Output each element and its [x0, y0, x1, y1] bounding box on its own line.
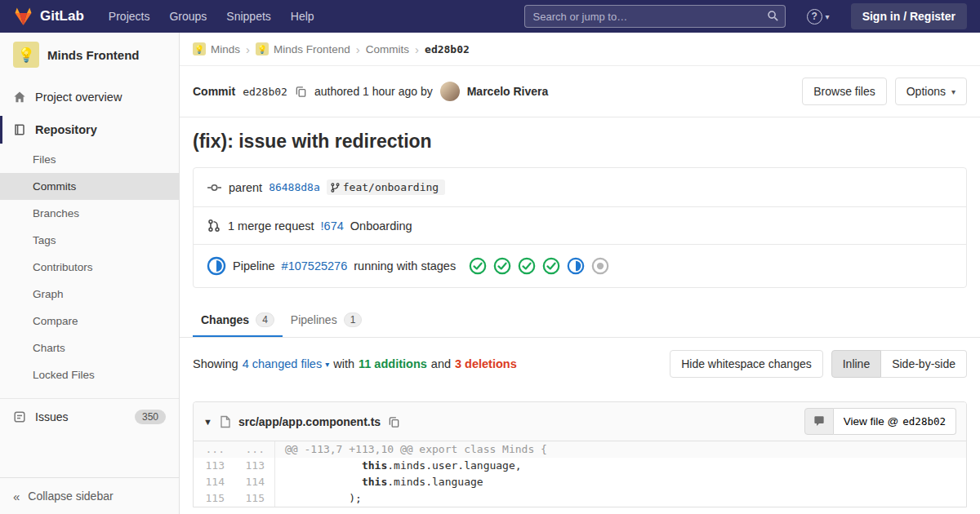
diff-line: 114114 this.minds.language [194, 474, 966, 490]
merge-request-count-text: 1 merge request [228, 219, 314, 233]
sidebar-item-issues[interactable]: Issues 350 [0, 398, 179, 435]
question-icon: ? [807, 9, 822, 24]
sidebar-item-charts[interactable]: Charts [0, 335, 179, 361]
diff-controls: Showing 4 changed files ▾ with 11 additi… [180, 338, 980, 390]
commit-tabs: Changes 4 Pipelines 1 [180, 303, 980, 338]
project-name: Minds Frontend [47, 48, 140, 62]
search-box [524, 5, 786, 28]
branch-ref-chip[interactable]: feat/onboarding [327, 179, 445, 195]
help-dropdown[interactable]: ? ▾ [807, 9, 830, 24]
breadcrumb-label: Commits [366, 43, 409, 55]
sidebar-item-tags[interactable]: Tags [0, 227, 179, 254]
author-name[interactable]: Marcelo Rivera [467, 85, 549, 98]
pipeline-label: Pipeline [233, 259, 275, 273]
branch-name: feat/onboarding [343, 181, 439, 193]
home-icon [13, 91, 26, 104]
tab-changes[interactable]: Changes 4 [193, 303, 283, 337]
pipeline-stage-success-icon[interactable] [469, 257, 487, 275]
diff-view-toggle: Inline Side-by-side [831, 350, 967, 378]
inline-view-button[interactable]: Inline [831, 350, 881, 378]
commit-header: Commit ed28b02 authored 1 hour ago by Ma… [180, 66, 980, 117]
hide-whitespace-button[interactable]: Hide whitespace changes [670, 350, 823, 378]
issues-count-badge: 350 [135, 410, 166, 424]
chevron-down-icon: ▾ [826, 12, 830, 21]
project-avatar: 💡 [13, 42, 39, 68]
sidebar-item-commits[interactable]: Commits [0, 173, 179, 200]
new-line-number[interactable]: 114 [234, 474, 275, 490]
pipeline-stage-running-icon[interactable] [567, 257, 585, 275]
tab-pipelines[interactable]: Pipelines 1 [283, 303, 371, 337]
authored-text: authored 1 hour ago by [314, 85, 433, 98]
sign-in-button[interactable]: Sign in / Register [851, 3, 967, 29]
tanuki-icon [13, 7, 33, 26]
old-line-number[interactable]: 113 [194, 458, 234, 474]
changed-files-dropdown[interactable]: 4 changed files ▾ [243, 357, 330, 370]
copy-file-path-button[interactable] [388, 415, 400, 428]
project-context-header[interactable]: 💡 Minds Frontend [0, 33, 179, 76]
side-by-side-view-button[interactable]: Side-by-side [881, 350, 967, 378]
project-sidebar: 💡 Minds Frontend Project overview Reposi… [0, 33, 180, 514]
commit-sha: ed28b02 [243, 86, 287, 98]
changes-count-badge: 4 [256, 312, 274, 327]
nav-projects[interactable]: Projects [109, 10, 150, 23]
new-line-number[interactable]: 113 [234, 458, 275, 474]
breadcrumb-project[interactable]: 💡 Minds Frontend [256, 42, 350, 55]
pipeline-stage-success-icon[interactable] [518, 257, 536, 275]
sidebar-item-branches[interactable]: Branches [0, 200, 179, 227]
breadcrumb-group[interactable]: 💡 Minds [193, 42, 240, 55]
nav-snippets[interactable]: Snippets [226, 10, 270, 23]
view-file-button[interactable]: View file @ ed28b02 [834, 408, 956, 435]
options-dropdown-button[interactable]: Options ▾ [895, 78, 967, 105]
pipeline-status-icon[interactable] [207, 256, 226, 276]
copy-sha-button[interactable] [295, 85, 307, 98]
merge-request-name: Onboarding [350, 219, 412, 233]
new-line-number[interactable]: 115 [234, 490, 275, 507]
browse-files-button[interactable]: Browse files [802, 78, 886, 105]
old-line-number[interactable]: 115 [194, 490, 234, 507]
breadcrumb-current-sha: ed28b02 [425, 43, 470, 55]
gitlab-logo[interactable]: GitLab [13, 7, 84, 26]
with-label: with [333, 357, 354, 370]
commit-label: Commit [193, 85, 235, 98]
repository-submenu: Files Commits Branches Tags Contributors… [0, 146, 179, 388]
collapse-diff-caret-icon[interactable]: ▼ [203, 417, 212, 427]
pipeline-id-link[interactable]: #107525276 [282, 259, 348, 273]
chevron-right-icon: › [356, 42, 360, 56]
pipeline-stage-success-icon[interactable] [542, 257, 560, 275]
pipeline-stage-success-icon[interactable] [493, 257, 511, 275]
pipeline-stage-icons [469, 257, 609, 275]
main-content: 💡 Minds › 💡 Minds Frontend › Commits › e… [180, 0, 980, 507]
chevron-down-icon: ▾ [325, 360, 329, 369]
sidebar-item-project-overview[interactable]: Project overview [0, 81, 179, 113]
sidebar-item-compare[interactable]: Compare [0, 308, 179, 335]
diff-file-path[interactable]: src/app/app.component.ts [238, 415, 381, 428]
nav-groups[interactable]: Groups [169, 10, 207, 23]
top-navbar: GitLab Projects Groups Snippets Help ? ▾… [0, 0, 980, 33]
sidebar-item-label: Repository [35, 123, 97, 136]
old-line-number[interactable]: 114 [194, 474, 234, 490]
sidebar-item-label: Issues [35, 410, 68, 423]
nav-help[interactable]: Help [291, 10, 314, 23]
comment-on-file-button[interactable] [804, 408, 834, 435]
author-avatar[interactable] [440, 82, 460, 101]
pipeline-status-text: running with stages [354, 259, 456, 273]
sidebar-item-label: Project overview [35, 91, 122, 104]
code-text: @@ -113,7 +113,10 @@ export class Minds … [275, 441, 966, 458]
old-line-number[interactable]: ... [194, 441, 234, 458]
breadcrumb-commits[interactable]: Commits [366, 43, 409, 55]
sidebar-item-contributors[interactable]: Contributors [0, 254, 179, 281]
collapse-chevrons-icon: « [13, 490, 20, 503]
sidebar-item-locked-files[interactable]: Locked Files [0, 361, 179, 388]
search-input[interactable] [524, 5, 786, 28]
parent-sha-link[interactable]: 86488d8a [269, 181, 320, 193]
diff-line: 115115 ); [194, 490, 966, 507]
showing-label: Showing [193, 357, 238, 370]
sidebar-item-graph[interactable]: Graph [0, 281, 179, 308]
new-line-number[interactable]: ... [234, 441, 275, 458]
sidebar-item-repository[interactable]: Repository [0, 113, 179, 146]
sidebar-item-files[interactable]: Files [0, 146, 179, 173]
pipeline-stage-created-icon[interactable] [591, 257, 609, 275]
collapse-sidebar-button[interactable]: « Collapse sidebar [0, 477, 179, 514]
merge-request-link[interactable]: !674 [321, 219, 344, 233]
search-icon[interactable] [767, 10, 779, 22]
